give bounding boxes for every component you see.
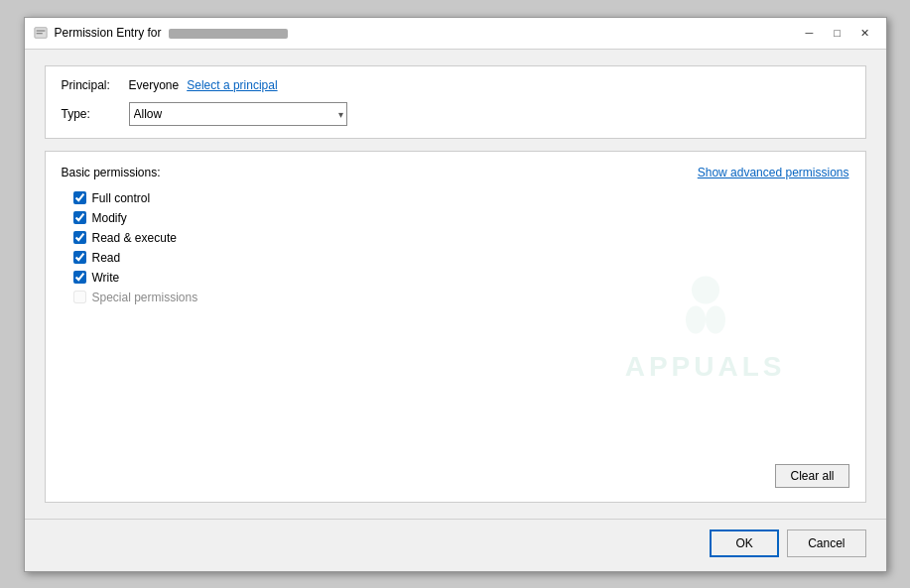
read-execute-label[interactable]: Read & execute bbox=[92, 231, 177, 245]
permissions-header: Basic permissions: Show advanced permiss… bbox=[62, 166, 849, 179]
dialog-body: Principal: Everyone Select a principal T… bbox=[25, 50, 886, 519]
modify-label[interactable]: Modify bbox=[92, 211, 127, 225]
maximize-button[interactable]: □ bbox=[825, 23, 850, 43]
special-permissions-label: Special permissions bbox=[92, 291, 198, 304]
read-execute-checkbox[interactable] bbox=[73, 231, 86, 244]
principal-label: Principal: bbox=[62, 78, 121, 92]
write-label[interactable]: Write bbox=[92, 271, 120, 285]
cancel-button[interactable]: Cancel bbox=[787, 529, 865, 557]
read-label[interactable]: Read bbox=[92, 251, 121, 265]
show-advanced-link[interactable]: Show advanced permissions bbox=[698, 166, 849, 179]
principal-row: Principal: Everyone Select a principal bbox=[62, 78, 849, 92]
title-bar-blurred-text bbox=[169, 29, 288, 39]
select-principal-link[interactable]: Select a principal bbox=[187, 78, 277, 92]
permissions-title: Basic permissions: bbox=[62, 166, 161, 179]
permission-write: Write bbox=[73, 271, 849, 285]
special-permissions-checkbox[interactable] bbox=[73, 291, 86, 303]
permissions-section: Basic permissions: Show advanced permiss… bbox=[45, 151, 866, 503]
full-control-label[interactable]: Full control bbox=[92, 191, 151, 205]
write-checkbox[interactable] bbox=[73, 271, 86, 284]
minimize-button[interactable]: ─ bbox=[797, 23, 823, 43]
type-select-wrapper: Allow Deny ▾ bbox=[129, 102, 347, 126]
watermark-text: APPUALS bbox=[625, 351, 786, 383]
bottom-bar: OK Cancel bbox=[25, 519, 886, 571]
permission-special: Special permissions bbox=[73, 291, 849, 304]
permission-full-control: Full control bbox=[73, 191, 849, 205]
title-bar-label: Permission Entry for bbox=[55, 26, 162, 40]
svg-rect-1 bbox=[36, 30, 45, 31]
svg-rect-2 bbox=[36, 33, 42, 34]
clear-all-button[interactable]: Clear all bbox=[775, 464, 848, 488]
close-button[interactable]: ✕ bbox=[852, 23, 878, 43]
svg-point-5 bbox=[706, 306, 725, 334]
window-controls: ─ □ ✕ bbox=[797, 23, 878, 43]
title-bar-text: Permission Entry for bbox=[55, 26, 797, 40]
full-control-checkbox[interactable] bbox=[73, 191, 86, 204]
permission-modify: Modify bbox=[73, 211, 849, 225]
permission-read: Read bbox=[73, 251, 849, 265]
permission-read-execute: Read & execute bbox=[73, 231, 849, 245]
ok-button[interactable]: OK bbox=[710, 529, 779, 557]
top-section: Principal: Everyone Select a principal T… bbox=[45, 65, 866, 139]
permissions-list: Full control Modify Read & execute Read … bbox=[73, 191, 849, 304]
type-select[interactable]: Allow Deny bbox=[129, 102, 347, 126]
type-label: Type: bbox=[62, 107, 121, 121]
title-bar: Permission Entry for ─ □ ✕ bbox=[25, 18, 886, 50]
svg-point-4 bbox=[686, 306, 706, 334]
modify-checkbox[interactable] bbox=[73, 211, 86, 224]
type-row: Type: Allow Deny ▾ bbox=[62, 102, 849, 126]
principal-value: Everyone bbox=[129, 78, 180, 92]
read-checkbox[interactable] bbox=[73, 251, 86, 264]
dialog-icon bbox=[33, 25, 49, 41]
permission-entry-dialog: Permission Entry for ─ □ ✕ Principal: Ev… bbox=[24, 17, 887, 572]
